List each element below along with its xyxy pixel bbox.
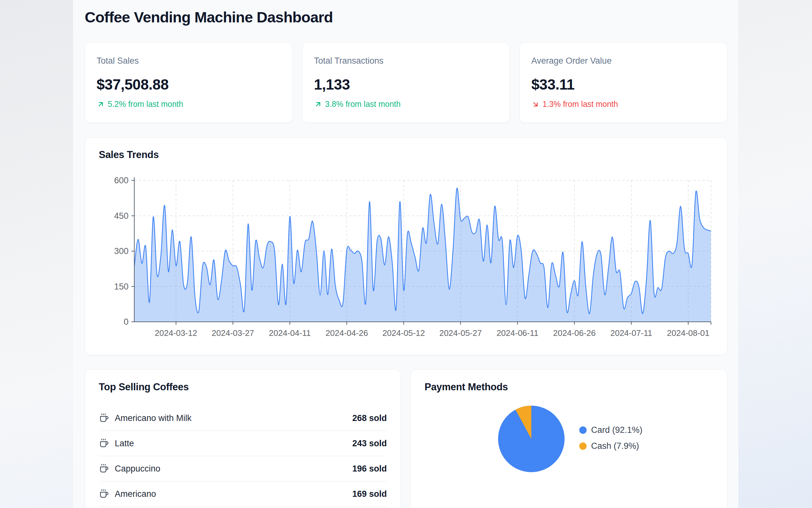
top-selling-coffees-title: Top Selling Coffees [99, 381, 189, 393]
coffee-name: Cappuccino [115, 464, 160, 474]
stat-delta-text: 3.8% from last month [325, 99, 400, 109]
coffee-cup-icon [99, 438, 109, 449]
page-title: Coffee Vending Machine Dashboard [85, 8, 333, 26]
coffee-cup-icon [99, 413, 109, 423]
svg-text:2024-03-27: 2024-03-27 [211, 328, 254, 338]
sales-trends-area-chart: 01503004506002024-03-122024-03-272024-04… [85, 137, 727, 355]
stat-value: 1,133 [314, 76, 350, 93]
y-axis-labels: 0150300450600 [114, 176, 129, 327]
sales-area-fill [134, 188, 711, 322]
stat-delta-text: 5.2% from last month [108, 99, 183, 109]
legend-label: Cash (7.9%) [591, 441, 639, 451]
stat-label: Total Transactions [314, 56, 384, 66]
total-transactions-card: Total Transactions 1,133 3.8% from last … [302, 42, 510, 123]
stat-label: Total Sales [97, 56, 139, 66]
trend-down-icon [531, 100, 540, 109]
svg-text:450: 450 [114, 211, 129, 221]
coffee-list-item: Americano169 sold [99, 481, 387, 507]
svg-text:300: 300 [114, 246, 129, 256]
plot-area: 01503004506002024-03-122024-03-272024-04… [114, 176, 711, 338]
coffee-sold-count: 196 sold [352, 464, 387, 474]
svg-text:2024-07-11: 2024-07-11 [610, 328, 652, 338]
trend-up-icon [314, 100, 322, 109]
svg-text:2024-04-26: 2024-04-26 [326, 328, 368, 338]
coffee-list-item: Americano with Milk268 sold [99, 406, 387, 431]
payment-legend: Card (92.1%)Cash (7.9%) [579, 425, 642, 457]
average-order-value-card: Average Order Value $33.11 1.3% from las… [520, 42, 727, 123]
svg-text:150: 150 [114, 282, 129, 291]
payment-methods-pie-chart [411, 370, 727, 508]
top-coffees-list: Americano with Milk268 soldLatte243 sold… [99, 406, 387, 507]
svg-text:2024-06-11: 2024-06-11 [496, 328, 538, 338]
stat-delta: 5.2% from last month [97, 99, 183, 109]
legend-label: Card (92.1%) [591, 425, 642, 435]
trend-up-icon [97, 100, 105, 109]
stat-delta: 3.8% from last month [314, 99, 400, 109]
svg-text:0: 0 [124, 317, 129, 327]
svg-text:2024-08-01: 2024-08-01 [667, 328, 709, 338]
stat-delta-text: 1.3% from last month [542, 99, 618, 109]
coffee-list-item: Latte243 sold [99, 431, 387, 456]
svg-text:2024-03-12: 2024-03-12 [155, 328, 197, 338]
total-sales-card: Total Sales $37,508.88 5.2% from last mo… [85, 42, 292, 123]
coffee-sold-count: 169 sold [352, 489, 387, 499]
coffee-name: Latte [115, 438, 134, 449]
svg-text:2024-04-11: 2024-04-11 [269, 328, 311, 338]
svg-text:2024-06-26: 2024-06-26 [553, 328, 595, 338]
legend-color-dot [579, 426, 587, 434]
svg-text:2024-05-12: 2024-05-12 [382, 328, 425, 338]
legend-color-dot [579, 442, 587, 450]
legend-item: Cash (7.9%) [579, 441, 642, 451]
coffee-list-item: Cappuccino196 sold [99, 456, 387, 481]
stat-label: Average Order Value [531, 56, 612, 66]
stat-delta: 1.3% from last month [531, 99, 618, 109]
coffee-cup-icon [99, 489, 109, 499]
coffee-name: Americano with Milk [115, 413, 191, 423]
x-axis-labels: 2024-03-122024-03-272024-04-112024-04-26… [155, 328, 709, 338]
svg-text:600: 600 [114, 176, 129, 185]
legend-item: Card (92.1%) [579, 425, 642, 435]
coffee-name: Americano [115, 489, 156, 499]
stat-value: $33.11 [531, 76, 574, 93]
coffee-sold-count: 243 sold [352, 438, 387, 449]
svg-text:2024-05-27: 2024-05-27 [439, 328, 482, 338]
coffee-cup-icon [99, 464, 109, 474]
coffee-sold-count: 268 sold [352, 413, 387, 423]
stat-value: $37,508.88 [97, 76, 169, 93]
